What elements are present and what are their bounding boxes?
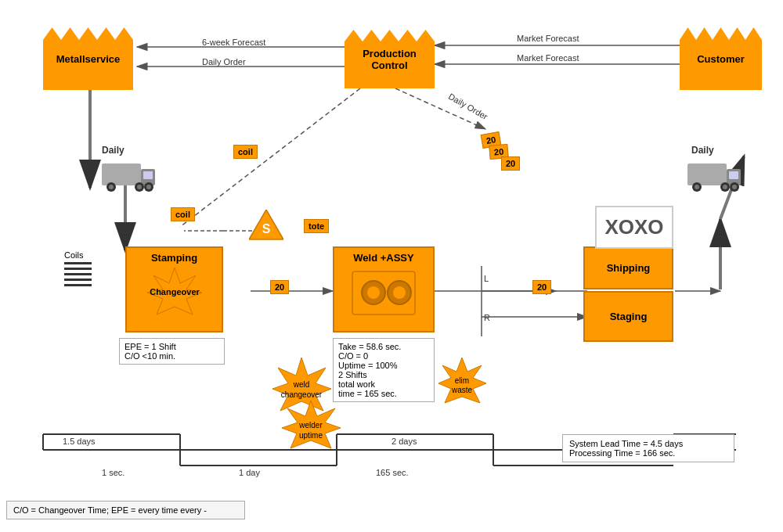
weld-data-line1: Take = 58.6 sec. [338, 342, 429, 351]
timeline-sec-2: 165 sec. [376, 468, 409, 477]
svg-text:R: R [484, 313, 490, 322]
label-6week-forecast: 6-week Forecast [202, 38, 265, 47]
svg-text:S: S [262, 222, 271, 235]
right-truck-label: Daily [691, 145, 746, 156]
weld-data-line6: time = 165 sec. [338, 389, 429, 398]
diagram: L R Metallservice Production Control Cus… [0, 0, 783, 532]
coil-top-box: coil [233, 145, 258, 159]
svg-point-42 [109, 185, 114, 189]
svg-text:elim: elim [455, 376, 469, 385]
left-truck-label: Daily [102, 145, 157, 156]
shipping-area: Shipping Staging [583, 246, 673, 342]
svg-text:welder: welder [298, 421, 323, 430]
label-market-forecast-2: Market Forecast [517, 53, 579, 63]
timeline-days-3: 2 days [392, 437, 417, 446]
right-truck-icon [687, 157, 742, 192]
timeline-days-2: 1 day [239, 468, 260, 477]
weld-assy-label: Weld +ASSY [353, 252, 413, 264]
processing-time: Processing Time = 166 sec. [569, 448, 727, 458]
customer-label: Customer [697, 53, 745, 65]
shipping-label: Shipping [607, 262, 651, 274]
svg-text:waste: waste [451, 386, 473, 394]
legend-text: C/O = Changeover Time; EPE = every time … [13, 505, 207, 515]
coil-side-box: coil [171, 207, 195, 221]
summary-box: System Lead Time = 4.5 days Processing T… [562, 434, 734, 462]
kaizen-elim-waste: elim waste [437, 356, 488, 410]
svg-text:L: L [484, 274, 489, 283]
svg-rect-49 [729, 171, 738, 179]
weld-data-line2: C/O = 0 [338, 351, 429, 361]
left-truck-icon [102, 157, 157, 192]
svg-text:Changeover: Changeover [150, 287, 200, 297]
svg-text:changeover: changeover [281, 390, 323, 399]
metallservice-factory: Metallservice [43, 27, 133, 90]
production-control-factory: Production Control [345, 30, 435, 88]
staging-box: Staging [583, 291, 673, 342]
weld-data-line5: total work [338, 379, 429, 389]
system-lead-time: System Lead Time = 4.5 days [569, 439, 727, 448]
svg-rect-40 [143, 171, 153, 179]
label-daily-order-left: Daily Order [202, 57, 246, 66]
changeover-burst: Changeover [139, 268, 210, 318]
timeline-sec-1: 1 sec. [102, 468, 124, 477]
stamping-process: Stamping Changeover [125, 246, 223, 332]
svg-text:weld: weld [293, 380, 310, 389]
svg-rect-38 [102, 164, 141, 185]
weld-data-box: Take = 58.6 sec. C/O = 0 Uptime = 100% 2… [333, 338, 435, 402]
label-market-forecast-1: Market Forecast [517, 34, 579, 43]
weld-machine-icon [348, 268, 419, 318]
legend-box: C/O = Changeover Time; EPE = every time … [6, 501, 245, 519]
inv20-stack-3: 20 [501, 156, 520, 171]
timeline-days-1: 1.5 days [63, 437, 96, 446]
svg-point-51 [695, 185, 699, 189]
left-truck: Daily [102, 145, 157, 196]
svg-line-9 [180, 88, 360, 227]
tote-box: tote [304, 219, 329, 233]
stamping-data-box: EPE = 1 Shift C/O <10 min. [119, 338, 225, 365]
stamping-data-line1: EPE = 1 Shift [124, 342, 219, 351]
svg-point-62 [367, 286, 380, 299]
coils-label: Coils [64, 250, 92, 286]
weld-data-line4: 2 Shifts [338, 370, 429, 379]
right-truck: Daily [687, 145, 742, 196]
svg-rect-47 [687, 164, 727, 185]
svg-text:uptime: uptime [299, 431, 323, 440]
stamping-data-line2: C/O <10 min. [124, 351, 219, 361]
kaizen-welder-uptime: welder uptime [282, 399, 341, 453]
inv20-mid: 20 [270, 280, 289, 294]
svg-point-64 [393, 286, 406, 299]
metallservice-label: Metallservice [56, 53, 121, 65]
inv20-right: 20 [532, 280, 551, 294]
shipping-process: Shipping [583, 246, 673, 289]
supermarket-s: S [249, 210, 283, 249]
svg-point-44 [137, 185, 142, 189]
weld-assy-process: Weld +ASSY [333, 246, 435, 332]
svg-point-46 [146, 185, 151, 189]
stamping-label: Stamping [151, 252, 197, 264]
production-control-label: Production Control [363, 48, 417, 71]
customer-factory: Customer [680, 27, 762, 90]
svg-point-53 [723, 185, 727, 189]
weld-data-line3: Uptime = 100% [338, 361, 429, 370]
xoxo-box: XOXO [595, 206, 673, 249]
svg-point-55 [732, 185, 737, 189]
label-daily-order-right: Daily Order [447, 92, 489, 121]
